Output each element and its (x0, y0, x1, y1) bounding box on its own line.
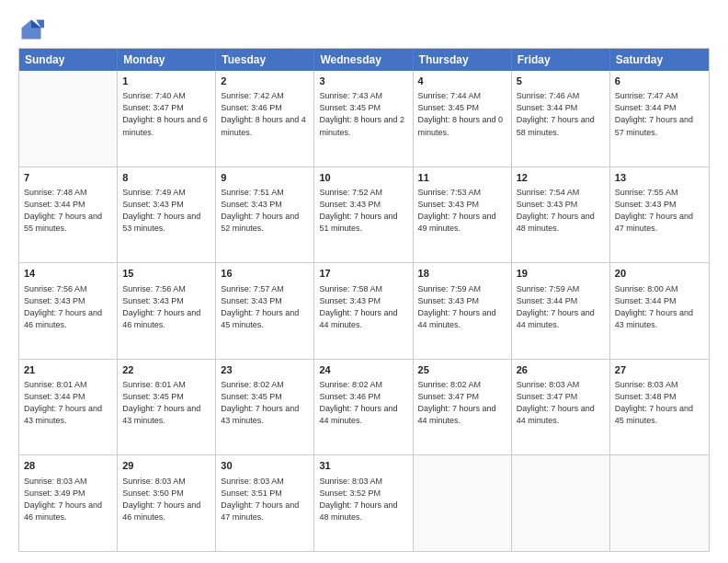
day-number: 17 (319, 267, 407, 281)
day-number: 21 (24, 363, 112, 377)
calendar-week-0: 1Sunrise: 7:40 AMSunset: 3:47 PMDaylight… (19, 71, 709, 167)
day-number: 12 (517, 171, 605, 185)
calendar-cell: 3Sunrise: 7:43 AMSunset: 3:45 PMDaylight… (314, 71, 413, 167)
day-number: 1 (122, 75, 210, 88)
day-number: 14 (24, 267, 112, 281)
day-number: 30 (221, 459, 309, 473)
calendar-cell: 10Sunrise: 7:52 AMSunset: 3:43 PMDayligh… (314, 167, 413, 263)
calendar-cell (414, 455, 512, 551)
cell-info: Sunrise: 8:03 AMSunset: 3:52 PMDaylight:… (319, 476, 407, 523)
header (18, 17, 710, 42)
calendar-week-1: 7Sunrise: 7:48 AMSunset: 3:44 PMDaylight… (19, 167, 709, 264)
cell-info: Sunrise: 7:53 AMSunset: 3:43 PMDaylight:… (418, 187, 506, 235)
day-number: 4 (418, 75, 506, 88)
cell-info: Sunrise: 7:59 AMSunset: 3:43 PMDaylight:… (418, 283, 506, 331)
cell-info: Sunrise: 7:44 AMSunset: 3:45 PMDaylight:… (418, 90, 506, 138)
logo (18, 17, 48, 42)
calendar-cell: 21Sunrise: 8:01 AMSunset: 3:44 PMDayligh… (19, 360, 118, 455)
cell-info: Sunrise: 8:02 AMSunset: 3:45 PMDaylight:… (221, 379, 309, 427)
cell-info: Sunrise: 7:47 AMSunset: 3:44 PMDaylight:… (615, 90, 704, 138)
calendar-header-monday: Monday (118, 49, 216, 71)
calendar-header-sunday: Sunday (19, 49, 118, 71)
day-number: 16 (221, 267, 309, 281)
cell-info: Sunrise: 7:43 AMSunset: 3:45 PMDaylight:… (319, 90, 407, 138)
day-number: 29 (122, 459, 210, 473)
calendar-header-tuesday: Tuesday (216, 49, 314, 71)
day-number: 5 (517, 75, 605, 88)
cell-info: Sunrise: 8:03 AMSunset: 3:47 PMDaylight:… (517, 379, 605, 427)
cell-info: Sunrise: 7:40 AMSunset: 3:47 PMDaylight:… (122, 90, 210, 138)
day-number: 10 (319, 171, 407, 185)
cell-info: Sunrise: 8:01 AMSunset: 3:44 PMDaylight:… (24, 379, 112, 427)
calendar-cell: 8Sunrise: 7:49 AMSunset: 3:43 PMDaylight… (118, 167, 216, 263)
calendar-header-thursday: Thursday (414, 49, 512, 71)
calendar-cell: 13Sunrise: 7:55 AMSunset: 3:43 PMDayligh… (610, 167, 709, 263)
day-number: 26 (517, 363, 605, 377)
calendar-cell: 23Sunrise: 8:02 AMSunset: 3:45 PMDayligh… (216, 360, 314, 455)
calendar-cell: 7Sunrise: 7:48 AMSunset: 3:44 PMDaylight… (19, 167, 118, 263)
day-number: 27 (615, 363, 704, 377)
cell-info: Sunrise: 7:46 AMSunset: 3:44 PMDaylight:… (517, 90, 605, 138)
calendar-cell: 16Sunrise: 7:57 AMSunset: 3:43 PMDayligh… (216, 263, 314, 359)
calendar-cell: 31Sunrise: 8:03 AMSunset: 3:52 PMDayligh… (314, 455, 413, 551)
day-number: 18 (418, 267, 506, 281)
calendar-cell: 11Sunrise: 7:53 AMSunset: 3:43 PMDayligh… (414, 167, 512, 263)
calendar-cell: 25Sunrise: 8:02 AMSunset: 3:47 PMDayligh… (414, 360, 512, 455)
cell-info: Sunrise: 7:42 AMSunset: 3:46 PMDaylight:… (221, 90, 309, 138)
cell-info: Sunrise: 8:03 AMSunset: 3:50 PMDaylight:… (122, 476, 210, 523)
calendar-cell: 9Sunrise: 7:51 AMSunset: 3:43 PMDaylight… (216, 167, 314, 263)
calendar-cell: 2Sunrise: 7:42 AMSunset: 3:46 PMDaylight… (216, 71, 314, 167)
calendar-week-2: 14Sunrise: 7:56 AMSunset: 3:43 PMDayligh… (19, 263, 709, 360)
cell-info: Sunrise: 8:00 AMSunset: 3:44 PMDaylight:… (615, 283, 704, 331)
day-number: 2 (221, 75, 309, 88)
cell-info: Sunrise: 8:03 AMSunset: 3:51 PMDaylight:… (221, 476, 309, 523)
calendar-week-4: 28Sunrise: 8:03 AMSunset: 3:49 PMDayligh… (19, 455, 709, 551)
calendar-cell: 6Sunrise: 7:47 AMSunset: 3:44 PMDaylight… (610, 71, 709, 167)
calendar-cell: 22Sunrise: 8:01 AMSunset: 3:45 PMDayligh… (118, 360, 216, 455)
day-number: 28 (24, 459, 112, 473)
cell-info: Sunrise: 8:02 AMSunset: 3:46 PMDaylight:… (319, 379, 407, 427)
calendar-cell (610, 455, 709, 551)
calendar-cell: 1Sunrise: 7:40 AMSunset: 3:47 PMDaylight… (118, 71, 216, 167)
calendar-cell: 18Sunrise: 7:59 AMSunset: 3:43 PMDayligh… (414, 263, 512, 359)
cell-info: Sunrise: 8:02 AMSunset: 3:47 PMDaylight:… (418, 379, 506, 427)
calendar-cell: 19Sunrise: 7:59 AMSunset: 3:44 PMDayligh… (512, 263, 610, 359)
cell-info: Sunrise: 7:49 AMSunset: 3:43 PMDaylight:… (122, 187, 210, 235)
calendar-cell (512, 455, 610, 551)
day-number: 20 (615, 267, 704, 281)
page: SundayMondayTuesdayWednesdayThursdayFrid… (0, 0, 728, 563)
calendar-cell: 14Sunrise: 7:56 AMSunset: 3:43 PMDayligh… (19, 263, 118, 359)
calendar-cell: 24Sunrise: 8:02 AMSunset: 3:46 PMDayligh… (314, 360, 413, 455)
cell-info: Sunrise: 7:52 AMSunset: 3:43 PMDaylight:… (319, 187, 407, 235)
cell-info: Sunrise: 7:55 AMSunset: 3:43 PMDaylight:… (615, 187, 704, 235)
calendar-cell: 20Sunrise: 8:00 AMSunset: 3:44 PMDayligh… (610, 263, 709, 359)
cell-info: Sunrise: 7:58 AMSunset: 3:43 PMDaylight:… (319, 283, 407, 331)
cell-info: Sunrise: 7:48 AMSunset: 3:44 PMDaylight:… (24, 187, 112, 235)
calendar-body: 1Sunrise: 7:40 AMSunset: 3:47 PMDaylight… (19, 71, 709, 551)
day-number: 23 (221, 363, 309, 377)
calendar-cell (19, 71, 118, 167)
calendar-cell: 26Sunrise: 8:03 AMSunset: 3:47 PMDayligh… (512, 360, 610, 455)
day-number: 31 (319, 459, 407, 473)
day-number: 13 (615, 171, 704, 185)
day-number: 15 (122, 267, 210, 281)
calendar-cell: 5Sunrise: 7:46 AMSunset: 3:44 PMDaylight… (512, 71, 610, 167)
day-number: 24 (319, 363, 407, 377)
cell-info: Sunrise: 7:57 AMSunset: 3:43 PMDaylight:… (221, 283, 309, 331)
calendar-header-wednesday: Wednesday (314, 49, 413, 71)
calendar-header-friday: Friday (512, 49, 610, 71)
day-number: 6 (615, 75, 704, 88)
cell-info: Sunrise: 7:59 AMSunset: 3:44 PMDaylight:… (517, 283, 605, 331)
calendar-cell: 4Sunrise: 7:44 AMSunset: 3:45 PMDaylight… (414, 71, 512, 167)
calendar-cell: 17Sunrise: 7:58 AMSunset: 3:43 PMDayligh… (314, 263, 413, 359)
cell-info: Sunrise: 8:03 AMSunset: 3:48 PMDaylight:… (615, 379, 704, 427)
calendar-cell: 12Sunrise: 7:54 AMSunset: 3:43 PMDayligh… (512, 167, 610, 263)
cell-info: Sunrise: 8:01 AMSunset: 3:45 PMDaylight:… (122, 379, 210, 427)
calendar-header-row: SundayMondayTuesdayWednesdayThursdayFrid… (19, 49, 709, 71)
calendar-week-3: 21Sunrise: 8:01 AMSunset: 3:44 PMDayligh… (19, 360, 709, 456)
day-number: 25 (418, 363, 506, 377)
calendar: SundayMondayTuesdayWednesdayThursdayFrid… (18, 48, 710, 552)
day-number: 19 (517, 267, 605, 281)
calendar-cell: 27Sunrise: 8:03 AMSunset: 3:48 PMDayligh… (610, 360, 709, 455)
day-number: 22 (122, 363, 210, 377)
